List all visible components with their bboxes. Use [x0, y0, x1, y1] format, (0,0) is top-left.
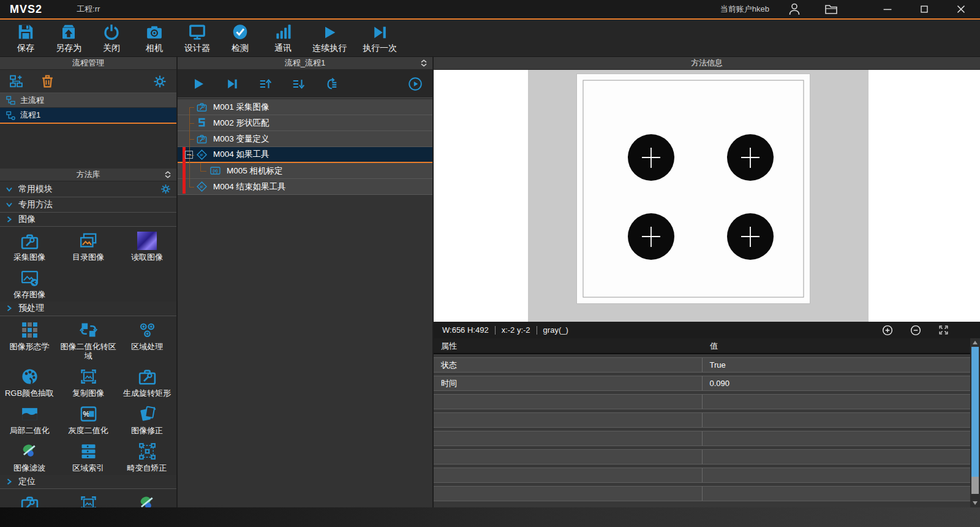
- flow-step-m004-if[interactable]: M004 如果工具: [178, 147, 432, 163]
- section-locate[interactable]: 定位: [0, 475, 176, 489]
- module-gray-binarize[interactable]: 灰度二值化: [59, 403, 118, 436]
- module-binarize-to-region[interactable]: 图像二值化转区域: [59, 319, 118, 361]
- table-row[interactable]: 状态 True: [434, 357, 970, 373]
- scroll-down-button[interactable]: [970, 499, 980, 507]
- scrollbar-thumb[interactable]: [971, 347, 979, 477]
- process-item-main[interactable]: 主流程: [0, 93, 176, 108]
- move-up-button[interactable]: [258, 77, 272, 91]
- module-image-filter[interactable]: 图像滤波: [0, 441, 59, 473]
- pixel-value-label: gray(_): [543, 325, 568, 335]
- module-clipped-1[interactable]: [0, 493, 59, 507]
- module-morphology[interactable]: 图像形态学: [0, 319, 59, 361]
- collapse-panel-button[interactable]: [420, 59, 428, 67]
- module-clipped-3[interactable]: [118, 493, 176, 507]
- flow-step-m004-endif[interactable]: M004 结束如果工具: [178, 179, 432, 195]
- delete-process-button[interactable]: [40, 74, 55, 89]
- scrollbar-track: [971, 477, 979, 494]
- run-once-button[interactable]: 执行一次: [363, 23, 397, 54]
- flow-step-m001[interactable]: M001 采集图像: [178, 99, 432, 115]
- tree-connector-child-vertical: [200, 163, 201, 171]
- camera-button[interactable]: 相机: [141, 23, 168, 54]
- process-settings-button[interactable]: [153, 75, 167, 88]
- process-panel-toolbar: [0, 70, 176, 93]
- camera-icon: [147, 26, 162, 38]
- tree-connector-child-stub: [200, 171, 206, 172]
- flow-run-circle-button[interactable]: [408, 77, 423, 91]
- group-special-methods[interactable]: 专用方法: [0, 197, 176, 213]
- process-item-flow1[interactable]: 流程1: [0, 108, 176, 124]
- module-clipped-2[interactable]: [59, 493, 118, 507]
- group-common-modules[interactable]: 常用模块: [0, 181, 176, 197]
- detect-button[interactable]: 检测: [227, 23, 254, 54]
- section-image[interactable]: 图像: [0, 213, 176, 227]
- collapse-if-block-button[interactable]: [185, 151, 193, 159]
- percent-square-icon: [81, 408, 95, 421]
- account-button[interactable]: [786, 2, 802, 16]
- account-label: 当前账户hkeb: [720, 4, 769, 15]
- move-down-button[interactable]: [292, 77, 305, 91]
- main-toolbar: 保存 另存为 关闭 相机 设计器 检测 通讯 连续执行 执行一次: [0, 20, 980, 57]
- flow-step-m005[interactable]: M005 相机标定: [178, 163, 432, 179]
- zoom-in-button[interactable]: [881, 324, 894, 336]
- close-project-button[interactable]: 关闭: [98, 23, 125, 54]
- module-directory-image[interactable]: 目录图像: [59, 230, 118, 262]
- module-read-image[interactable]: 读取图像: [118, 230, 176, 262]
- zoom-out-button[interactable]: [910, 324, 922, 336]
- maximize-button[interactable]: [915, 2, 933, 16]
- collapse-icon: [421, 60, 426, 66]
- open-project-button[interactable]: [823, 2, 839, 16]
- column-header-value: 值: [701, 338, 970, 353]
- stacked-bars-icon: [81, 444, 95, 458]
- loop-run-button[interactable]: [325, 77, 338, 91]
- shape-match-icon: [198, 119, 205, 126]
- table-scrollbar[interactable]: [970, 338, 980, 507]
- module-gen-rotated-rect[interactable]: 生成旋转矩形: [118, 366, 176, 398]
- scroll-up-icon: [973, 341, 978, 344]
- filter-blob-icon: [21, 443, 34, 457]
- table-row[interactable]: 时间 0.090: [434, 376, 970, 391]
- section-preprocess[interactable]: 预处理: [0, 301, 176, 316]
- table-row[interactable]: [434, 486, 970, 501]
- fit-view-button[interactable]: [938, 324, 949, 336]
- save-button[interactable]: 保存: [12, 23, 39, 54]
- communication-button[interactable]: 通讯: [270, 23, 296, 54]
- module-region-process[interactable]: 区域处理: [118, 319, 176, 361]
- flow-step-button[interactable]: [225, 77, 239, 91]
- module-region-index[interactable]: 区域索引: [59, 441, 118, 473]
- module-local-binarize[interactable]: 局部二值化: [0, 403, 59, 436]
- module-rgb-extract[interactable]: RGB颜色抽取: [0, 366, 59, 398]
- minimize-button[interactable]: [878, 2, 897, 16]
- collapse-panel-button[interactable]: [164, 171, 172, 178]
- flow-run-button[interactable]: [191, 77, 206, 91]
- flow-step-m003[interactable]: M003 变量定义: [178, 131, 432, 147]
- module-distortion-correct[interactable]: 畸变自矫正: [118, 441, 176, 473]
- table-row[interactable]: [434, 468, 970, 483]
- maximize-icon: [921, 6, 927, 12]
- module-image-correct[interactable]: 图像修正: [118, 403, 176, 436]
- zoom-in-icon: [883, 325, 892, 335]
- image-viewer[interactable]: [434, 70, 980, 322]
- table-row[interactable]: [434, 412, 970, 428]
- save-as-button[interactable]: 另存为: [55, 23, 82, 54]
- module-save-image[interactable]: 保存图像: [0, 267, 59, 300]
- gears-trio-icon: [141, 324, 154, 336]
- scroll-up-button[interactable]: [970, 338, 980, 347]
- camera-calibration-icon: [211, 167, 220, 174]
- run-continuous-button[interactable]: 连续执行: [312, 23, 347, 54]
- module-copy-image[interactable]: 复制图像: [59, 366, 118, 398]
- table-row[interactable]: [434, 449, 970, 464]
- list-move-up-icon: [260, 80, 271, 88]
- close-button[interactable]: [952, 2, 970, 16]
- table-row[interactable]: [434, 394, 970, 409]
- method-library-panel: 方法库 常用模块 专用方法 图像 采集图像: [0, 169, 176, 507]
- property-table: 属性 值 状态 True 时间 0.090: [434, 338, 980, 507]
- module-acquire-image[interactable]: 采集图像: [0, 230, 59, 262]
- save-as-icon: [62, 25, 75, 39]
- table-row[interactable]: [434, 431, 970, 446]
- group-settings-button[interactable]: [160, 184, 171, 194]
- designer-button[interactable]: 设计器: [184, 23, 211, 54]
- add-process-button[interactable]: [9, 74, 24, 89]
- toolbox-icon: [140, 371, 155, 384]
- flow-tree-icon: [7, 96, 15, 104]
- flow-step-m002[interactable]: M002 形状匹配: [178, 115, 432, 131]
